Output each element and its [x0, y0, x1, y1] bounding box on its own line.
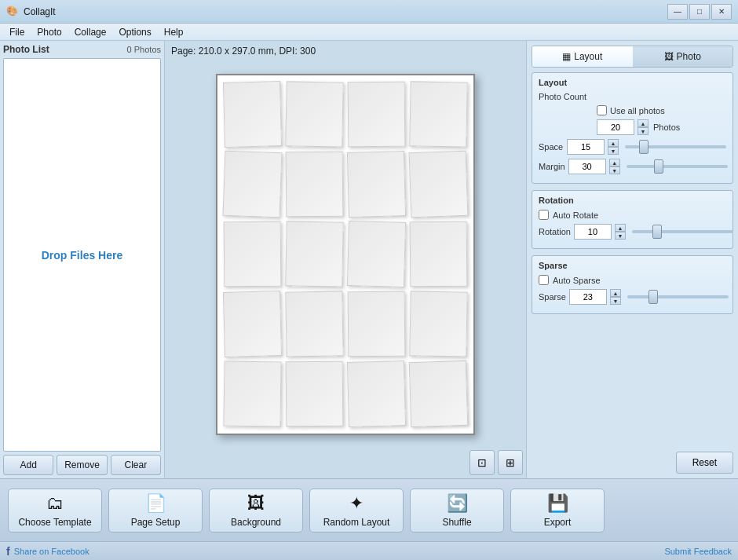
rotation-input[interactable]: [574, 224, 612, 240]
background-button[interactable]: 🖼 Background: [209, 489, 303, 533]
collage-canvas[interactable]: [216, 74, 475, 435]
shuffle-icon: 🔄: [447, 493, 468, 514]
page-setup-button[interactable]: 📄 Page Setup: [108, 489, 203, 533]
canvas-area: Page: 210.0 x 297.0 mm, DPI: 300: [165, 41, 526, 478]
remove-button[interactable]: Remove: [57, 455, 107, 475]
rotation-spinner: ▲ ▼: [615, 224, 626, 240]
photo-count-down[interactable]: ▼: [638, 127, 648, 135]
canvas-toolbar: ⊡ ⊞: [168, 450, 523, 475]
photo-list-area[interactable]: Drop Files Here: [3, 58, 161, 452]
use-all-checkbox[interactable]: [597, 105, 607, 115]
menu-bar: File Photo Collage Options Help: [0, 24, 738, 41]
margin-down[interactable]: ▼: [609, 167, 620, 174]
sparse-slider[interactable]: [627, 295, 729, 298]
photo-count-input[interactable]: [597, 119, 634, 135]
rotation-section-title: Rotation: [539, 196, 726, 205]
margin-input[interactable]: [568, 159, 606, 174]
photos-label: Photos: [653, 123, 680, 132]
menu-help[interactable]: Help: [158, 25, 190, 39]
menu-collage[interactable]: Collage: [68, 25, 113, 39]
photo-tab-label: Photo: [677, 51, 701, 62]
photo-count: 0 Photos: [127, 45, 161, 54]
page-info: Page: 210.0 x 297.0 mm, DPI: 300: [168, 44, 523, 58]
clear-button[interactable]: Clear: [111, 455, 161, 475]
rotation-slider[interactable]: [632, 230, 733, 233]
sparse-input[interactable]: [569, 289, 607, 305]
layout-tab-icon: ▦: [562, 51, 571, 62]
random-layout-icon: ✦: [349, 493, 364, 514]
auto-rotate-label: Auto Rotate: [553, 210, 598, 220]
photo-list-label: Photo List: [3, 44, 49, 55]
photo-placeholder: [409, 150, 469, 218]
add-button[interactable]: Add: [3, 455, 53, 475]
shuffle-button[interactable]: 🔄 Shuffle: [410, 489, 504, 533]
auto-sparse-checkbox[interactable]: [539, 275, 549, 285]
grid-icon: ⊞: [506, 456, 515, 469]
rotation-up[interactable]: ▲: [615, 224, 626, 232]
space-up[interactable]: ▲: [608, 139, 619, 147]
margin-slider[interactable]: [627, 165, 728, 168]
choose-template-button[interactable]: 🗂 Choose Template: [8, 489, 102, 533]
fit-canvas-button[interactable]: ⊡: [469, 450, 495, 475]
bottom-toolbar: 🗂 Choose Template 📄 Page Setup 🖼 Backgro…: [0, 478, 738, 541]
page-setup-label: Page Setup: [131, 517, 181, 528]
facebook-icon: f: [6, 545, 10, 558]
rotation-row: Rotation ▲ ▼: [539, 224, 726, 240]
photo-count-label: Photo Count: [539, 92, 594, 101]
app-title: CollagIt: [24, 6, 667, 17]
photo-placeholder: [409, 291, 467, 357]
photo-placeholder: [410, 221, 468, 287]
photo-placeholder: [409, 81, 467, 147]
status-bar: f Share on Facebook Submit Feedback: [0, 541, 738, 560]
menu-file[interactable]: File: [3, 25, 31, 39]
fit-icon: ⊡: [477, 456, 487, 469]
export-button[interactable]: 💾 Export: [510, 489, 605, 533]
photo-placeholder: [285, 291, 343, 357]
photo-placeholder: [285, 81, 343, 147]
share-facebook-link[interactable]: f Share on Facebook: [6, 545, 90, 558]
canvas-container: [168, 61, 523, 447]
reset-button[interactable]: Reset: [676, 452, 733, 474]
tab-bar: ▦ Layout 🖼 Photo: [532, 46, 733, 68]
space-input[interactable]: [567, 139, 605, 155]
space-spinner: ▲ ▼: [608, 139, 619, 155]
tab-layout[interactable]: ▦ Layout: [532, 46, 633, 67]
grid-view-button[interactable]: ⊞: [498, 450, 523, 475]
photo-placeholder: [224, 221, 282, 287]
background-icon: 🖼: [247, 493, 265, 514]
sparse-section-title: Sparse: [539, 261, 726, 270]
sparse-section: Sparse Auto Sparse Sparse ▲ ▼: [532, 255, 733, 314]
margin-row: Margin ▲ ▼: [539, 159, 726, 174]
main-content: Photo List 0 Photos Drop Files Here Add …: [0, 41, 738, 478]
sparse-up[interactable]: ▲: [610, 289, 621, 297]
page-setup-icon: 📄: [145, 493, 166, 514]
space-row: Space ▲ ▼: [539, 139, 726, 155]
title-bar: 🎨 CollagIt — □ ✕: [0, 0, 738, 24]
export-icon: 💾: [547, 493, 568, 514]
photo-count-up[interactable]: ▲: [638, 119, 648, 127]
submit-feedback-link[interactable]: Submit Feedback: [664, 547, 732, 556]
auto-sparse-label: Auto Sparse: [553, 276, 601, 285]
photo-placeholder: [223, 81, 282, 148]
photo-tab-icon: 🖼: [664, 51, 674, 62]
minimize-button[interactable]: —: [667, 4, 688, 20]
export-label: Export: [544, 517, 572, 528]
sparse-down[interactable]: ▼: [610, 297, 621, 305]
maximize-button[interactable]: □: [689, 4, 710, 20]
photo-placeholder: [347, 361, 406, 427]
menu-photo[interactable]: Photo: [31, 25, 68, 39]
margin-up[interactable]: ▲: [609, 159, 620, 167]
auto-rotate-checkbox[interactable]: [539, 210, 549, 220]
photo-count-spinner: ▲ ▼: [638, 119, 648, 135]
photo-count-row: Photo Count: [539, 92, 726, 101]
random-layout-button[interactable]: ✦ Random Layout: [309, 489, 404, 533]
menu-options[interactable]: Options: [112, 25, 157, 39]
photo-placeholder: [409, 361, 469, 427]
tab-photo[interactable]: 🖼 Photo: [633, 46, 733, 67]
space-slider[interactable]: [625, 145, 726, 148]
space-down[interactable]: ▼: [608, 147, 619, 155]
rotation-down[interactable]: ▼: [615, 232, 626, 240]
layout-section: Layout Photo Count Use all photos ▲ ▼ Ph…: [532, 72, 733, 184]
window-controls: — □ ✕: [667, 4, 732, 20]
close-button[interactable]: ✕: [711, 4, 732, 20]
